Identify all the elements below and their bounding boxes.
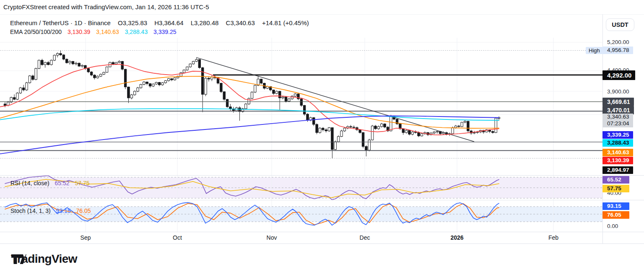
price-scale-value: 5,200.00 <box>602 39 644 45</box>
rsi-value: 65.52 <box>55 180 69 186</box>
ohlc-low: L3,280.48 <box>191 19 219 26</box>
price-label-chip: 4,956.78 <box>602 47 633 54</box>
price-label-chip: 93.15 <box>602 202 629 210</box>
rsi-label: RSI (14, close) <box>10 180 49 186</box>
stoch-indicator-legend[interactable]: Stoch (14, 1, 3) 93.15 76.05 <box>10 207 95 214</box>
price-label-chip: 76.05 <box>602 211 629 219</box>
gridlines <box>0 38 602 232</box>
credit-line: CryptoFXStreet created with TradingView.… <box>3 3 209 10</box>
time-axis-label-oct[interactable]: Oct <box>173 234 182 241</box>
price-label-chip: 65.52 <box>602 176 629 184</box>
time-axis-label-feb[interactable]: Feb <box>548 234 558 241</box>
ohlc-close: C3,340.63 <box>226 19 255 26</box>
price-label-chip: 3,140.63 <box>602 149 633 156</box>
price-label-chip: 3,339.25 <box>602 131 633 139</box>
price-label-chip: 57.75 <box>602 185 629 192</box>
high-marker-label: High <box>586 47 603 54</box>
ema50-value: 3,140.63 <box>96 28 119 35</box>
price-label-chip: 3,130.39 <box>602 157 633 164</box>
time-axis-label-dec[interactable]: Dec <box>360 234 370 241</box>
ohlc-change: +14.81 (+0.45%) <box>262 19 309 26</box>
time-axis-label-sep[interactable]: Sep <box>80 234 91 241</box>
time-axis-label-2026[interactable]: 2026 <box>450 234 463 241</box>
price-scale-value: 3,900.00 <box>602 88 644 95</box>
ema20-value: 3,130.39 <box>68 28 91 35</box>
symbol-title: Ethereum / TetherUS · 1D · Binance <box>10 19 111 26</box>
rsi-ma-value: 57.75 <box>75 180 89 186</box>
ohlc-open: O3,325.83 <box>118 19 147 26</box>
price-label-chip: 2,894.97 <box>602 166 633 174</box>
tradingview-logo-icon <box>11 252 27 266</box>
tradingview-watermark[interactable]: TradingView <box>11 252 77 266</box>
ema200-value: 3,339.25 <box>153 28 177 35</box>
tradingview-chart-page: CryptoFXStreet created with TradingView.… <box>0 0 644 277</box>
ema100-value: 3,288.43 <box>125 28 148 35</box>
stoch-d-value: 76.05 <box>76 207 91 214</box>
ema-lines <box>0 64 499 154</box>
price-scale[interactable]: 5,200.004,400.003,900.0040.000.004,956.7… <box>602 14 644 243</box>
stoch-k-value: 93.15 <box>56 207 71 214</box>
ema-label: EMA 20/50/100/200 <box>10 28 62 35</box>
time-axis-label-nov[interactable]: Nov <box>267 234 277 241</box>
ema-indicator-legend[interactable]: EMA 20/50/100/200 3,130.39 3,140.63 3,28… <box>10 28 181 35</box>
price-label-chip: 3,669.61 <box>602 98 634 106</box>
symbol-legend[interactable]: Ethereum / TetherUS · 1D · Binance O3,32… <box>10 19 314 26</box>
ohlc-high: H3,364.64 <box>154 19 183 26</box>
stoch-label: Stoch (14, 1, 3) <box>10 207 51 214</box>
ema200-line <box>0 116 499 154</box>
price-label-chip: 3,340.6307:23:04 <box>602 114 633 127</box>
rsi-indicator-legend[interactable]: RSI (14, close) 65.52 57.75 <box>10 180 93 186</box>
price-label-chip: 4,292.00 <box>602 70 635 80</box>
price-scale-value: 0.00 <box>602 223 644 229</box>
price-label-chip: 3,288.43 <box>602 139 633 147</box>
time-axis[interactable]: SepOctNovDec2026Feb <box>0 232 602 243</box>
